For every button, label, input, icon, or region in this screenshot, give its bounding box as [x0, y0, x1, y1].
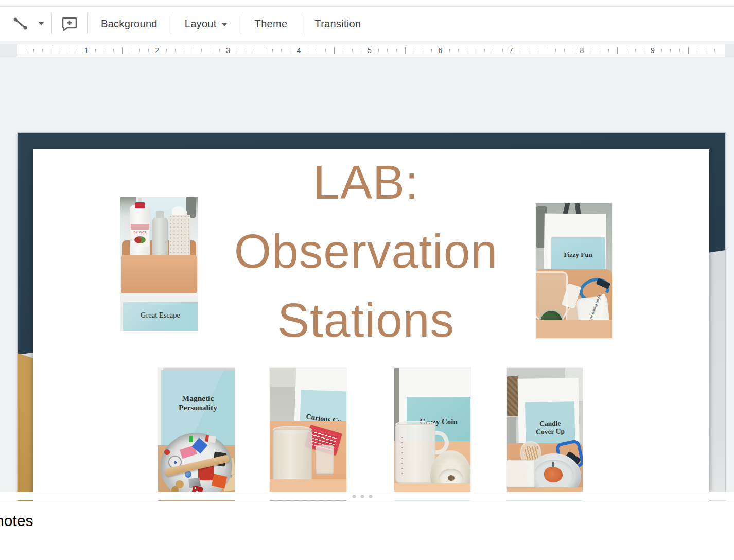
ruler-number: 9 [651, 44, 655, 57]
station-sign-label: Magnetic Personality [170, 394, 226, 412]
ruler-tick [255, 49, 255, 52]
station-sign-label: Fizzy Fun [564, 251, 592, 259]
ruler-number: 6 [439, 44, 443, 57]
ruler-tick [166, 49, 167, 52]
measuring-jug [395, 424, 435, 483]
tissue-box [169, 215, 190, 256]
metal-bowl [160, 433, 232, 500]
top-divider [0, 0, 734, 7]
layout-button[interactable]: Layout [172, 7, 240, 40]
horizontal-ruler: 123456789 [0, 44, 734, 57]
title-line-3: Stations [198, 286, 534, 355]
ruler-tick [69, 49, 69, 52]
slide-canvas[interactable]: LAB: Observation Stations St. Ives [17, 132, 726, 531]
ruler-tick [431, 49, 432, 52]
ruler-tick [635, 49, 636, 52]
ruler-tick [547, 47, 547, 54]
label-fruit-art [134, 236, 146, 243]
toolbar-ruler-gap [0, 41, 734, 44]
ruler-number: 4 [297, 44, 301, 57]
photo-candle-cover-up[interactable]: Candle Cover Up [507, 368, 583, 502]
ruler-tick [476, 47, 476, 54]
toolbar-separator [51, 13, 52, 34]
photo-great-escape[interactable]: St. Ives Great Escape [120, 197, 198, 331]
ruler-tick [201, 49, 202, 52]
photo-fizzy-fun[interactable]: Fizzy Fun 3 Scoops Baking Soda [536, 203, 612, 338]
ruler-tick [113, 49, 114, 52]
ruler-tick [484, 49, 485, 52]
station-sign: Great Escape [123, 302, 198, 331]
ruler-tick [148, 49, 149, 52]
add-comment-button[interactable] [53, 7, 86, 40]
ruler-tick [617, 47, 618, 54]
measuring-marks [401, 437, 403, 478]
slide-title[interactable]: LAB: Observation Stations [198, 148, 534, 355]
ruler-tick [467, 49, 467, 52]
chevron-down-icon [38, 22, 44, 25]
toolbar-separator [241, 13, 241, 34]
ruler-tick [494, 49, 494, 52]
ruler-tick [78, 49, 78, 52]
ruler-tick [644, 49, 644, 52]
theme-button[interactable]: Theme [242, 7, 300, 40]
red-marble [164, 449, 170, 455]
ruler-tick [706, 49, 706, 52]
ruler-tick [458, 49, 459, 52]
chevron-down-icon [221, 23, 228, 26]
ruler-tick [60, 49, 60, 52]
bottle-label: St. Ives [131, 224, 149, 247]
ruler-tick [51, 47, 51, 54]
drag-dot [369, 495, 373, 498]
transition-button[interactable]: Transition [302, 7, 373, 40]
ruler-tick [714, 49, 715, 52]
ruler-tick [405, 47, 406, 54]
drag-dot [353, 495, 356, 498]
background-button[interactable]: Background [89, 7, 170, 40]
ruler-tick [555, 49, 556, 52]
ruler-tick [608, 49, 609, 52]
white-red-tile [205, 435, 216, 443]
ruler-tick [281, 49, 282, 52]
ruler-tick [449, 49, 450, 52]
speaker-notes-panel[interactable]: notes [0, 501, 734, 560]
ruler-tick [414, 49, 414, 52]
notes-drag-handle[interactable] [353, 495, 373, 498]
ruler-tick [423, 49, 423, 52]
toolbar: Background Layout Theme Transition [0, 7, 734, 40]
ruler-tick [325, 49, 326, 52]
photo-magnetic-personality[interactable]: Magnetic Personality WILL THE [158, 368, 235, 502]
tray-front [536, 320, 612, 338]
photo-curious-cup[interactable]: Curious Cup [270, 368, 346, 502]
ruler-number: 5 [368, 44, 372, 57]
ruler-tick [529, 49, 529, 52]
ruler-tick [396, 49, 397, 52]
candle [544, 467, 563, 482]
ruler-tick [42, 49, 43, 52]
ruler-tick [33, 49, 34, 52]
ruler-number: 2 [155, 44, 160, 57]
canvas-workspace: LAB: Observation Stations St. Ives [0, 57, 734, 492]
speaker-notes-text[interactable]: notes [0, 512, 33, 530]
ruler-tick [352, 49, 353, 52]
ruler-tick [104, 49, 104, 52]
ruler-tick [290, 49, 290, 52]
ruler-number: 8 [580, 44, 584, 57]
line-tool-button[interactable] [6, 7, 35, 40]
ruler-tick [626, 49, 626, 52]
ruler-tick [564, 49, 565, 52]
line-tool-dropdown[interactable] [35, 7, 50, 40]
toolbar-separator [301, 13, 301, 34]
ruler-number: 3 [226, 44, 230, 57]
station-sign-label: Great Escape [123, 311, 198, 320]
line-icon [11, 15, 30, 32]
drag-dot [361, 495, 364, 498]
toolbar-separator [171, 13, 171, 34]
ruler-tick [688, 47, 689, 54]
ruler-tick [573, 49, 573, 52]
ruler-tick [679, 49, 680, 52]
frosted-bottle [152, 218, 168, 257]
photo-crazy-coin[interactable]: Crazy Coin [394, 368, 470, 502]
coin-hole [448, 475, 455, 481]
ruler-tick [361, 49, 361, 52]
green-piece [189, 436, 193, 442]
